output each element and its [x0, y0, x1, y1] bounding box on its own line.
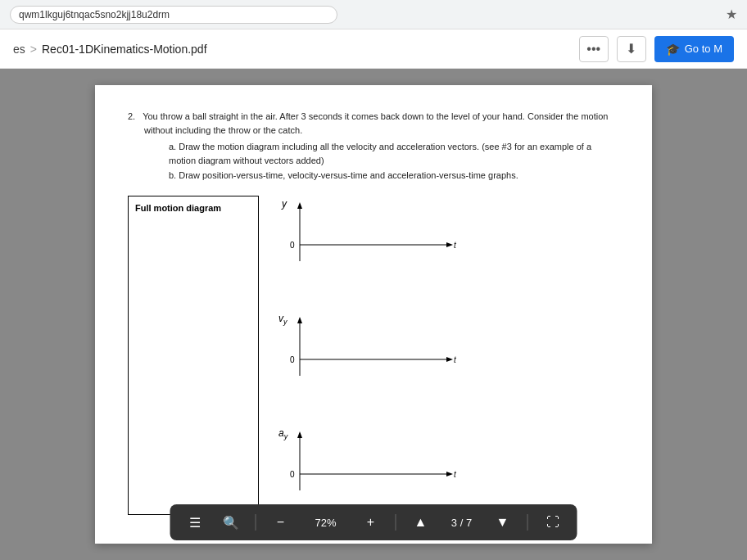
browser-bar: qwm1lkguj6tnqac5sno2kjj18u2drm ★ — [0, 0, 747, 29]
next-page-button[interactable]: ▼ — [491, 511, 514, 534]
graph-ay-zero: 0 — [290, 470, 295, 479]
zoom-in-button[interactable]: + — [360, 511, 383, 534]
sub-item-b: b. Draw position-versus-time, velocity-v… — [169, 169, 619, 183]
pdf-page: 2. You throw a ball straight in the air.… — [95, 85, 652, 544]
motion-box: Full motion diagram — [128, 196, 259, 515]
header-actions: ••• ⬇ 🎓 Go to M — [579, 36, 734, 62]
page-display: 3 / 7 — [446, 517, 478, 529]
graph-vy-svg: vy 0 t — [275, 310, 472, 400]
zoom-display: 72% — [306, 517, 346, 529]
graph-vy-label: vy — [278, 313, 287, 326]
expand-button[interactable]: ⛶ — [541, 511, 564, 534]
goto-icon: 🎓 — [666, 43, 680, 56]
graph-vy: vy 0 t — [275, 310, 619, 400]
sub-item-a: a. Draw the motion diagram including all… — [169, 140, 619, 167]
y-arrow — [297, 202, 302, 209]
graph-y-label: y — [281, 198, 287, 210]
toolbar-divider-3 — [527, 514, 528, 531]
graph-y-zero: 0 — [290, 241, 295, 250]
graph-ay-svg: ay 0 t — [275, 425, 472, 515]
diagram-area: Full motion diagram y 0 — [128, 196, 619, 515]
toolbar-divider-1 — [256, 514, 256, 531]
search-button[interactable]: 🔍 — [220, 511, 242, 534]
graph-y-t: t — [454, 241, 457, 250]
ay-arrow — [297, 431, 302, 438]
question-num-label: 2. — [128, 111, 135, 121]
t-arrow-3 — [446, 472, 453, 476]
breadcrumb-parent[interactable]: es — [13, 43, 25, 56]
goto-label: Go to M — [685, 43, 722, 55]
question-text: You throw a ball straight in the air. Af… — [143, 111, 608, 135]
graph-ay-label: ay — [278, 427, 288, 440]
app-header: es > Rec01-1DKinematics-Motion.pdf ••• ⬇… — [0, 29, 747, 69]
vy-arrow — [297, 317, 302, 323]
graphs-area: y 0 t — [275, 196, 619, 515]
graph-vy-t: t — [454, 355, 457, 364]
download-button[interactable]: ⬇ — [617, 36, 646, 62]
more-button[interactable]: ••• — [579, 36, 609, 62]
menu-button[interactable]: ☰ — [183, 511, 206, 534]
breadcrumb-current: Rec01-1DKinematics-Motion.pdf — [42, 43, 207, 56]
zoom-out-button[interactable]: − — [269, 511, 292, 534]
graph-ay-t: t — [454, 470, 457, 479]
prev-page-button[interactable]: ▲ — [410, 511, 432, 534]
url-bar[interactable]: qwm1lkguj6tnqac5sno2kjj18u2drm — [10, 6, 337, 24]
pdf-toolbar: ☰ 🔍 − 72% + ▲ 3 / 7 ▼ ⛶ — [170, 504, 577, 540]
question-number: 2. You throw a ball straight in the air.… — [128, 110, 619, 137]
star-icon[interactable]: ★ — [726, 7, 737, 22]
graph-y: y 0 t — [275, 196, 619, 286]
toolbar-divider-2 — [396, 514, 396, 531]
question-block: 2. You throw a ball straight in the air.… — [128, 110, 619, 183]
breadcrumb-separator: > — [30, 43, 37, 56]
t-arrow-2 — [446, 357, 453, 362]
pdf-viewer: 2. You throw a ball straight in the air.… — [0, 69, 747, 560]
goto-button[interactable]: 🎓 Go to M — [654, 36, 734, 62]
t-arrow-1 — [446, 242, 453, 247]
sub-items: a. Draw the motion diagram including all… — [128, 140, 619, 183]
graph-ay: ay 0 t — [275, 425, 619, 515]
breadcrumb: es > Rec01-1DKinematics-Motion.pdf — [13, 43, 207, 56]
graph-y-svg: y 0 t — [275, 196, 472, 286]
motion-box-label: Full motion diagram — [135, 203, 221, 213]
graph-vy-zero: 0 — [290, 355, 295, 364]
url-text: qwm1lkguj6tnqac5sno2kjj18u2drm — [19, 9, 170, 20]
